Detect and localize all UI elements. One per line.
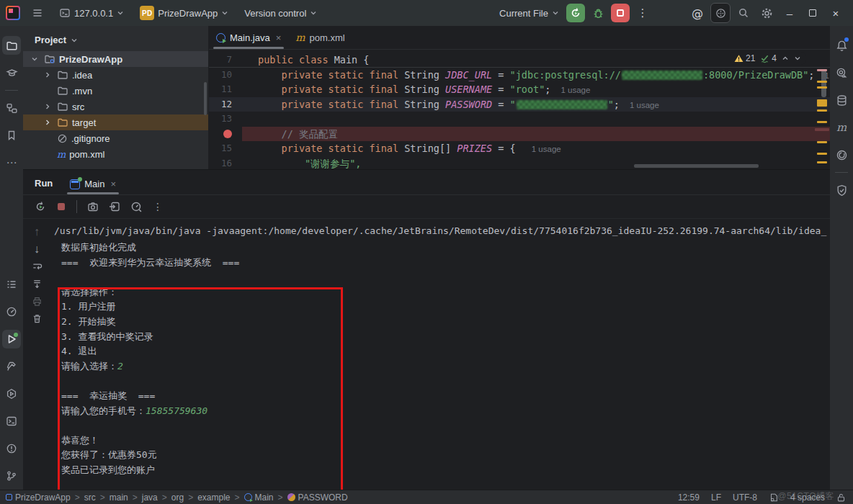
tab-pom-xml[interactable]: m pom.xml	[288, 26, 352, 49]
rerun-icon[interactable]	[35, 201, 46, 212]
run-tab-main[interactable]: Main ×	[63, 179, 123, 194]
profiler-icon[interactable]	[130, 201, 143, 213]
tab-main-java[interactable]: Main.java ×	[209, 26, 288, 49]
error-stripe-mark[interactable]	[817, 141, 827, 143]
line-number-gutter[interactable]: 7	[209, 53, 242, 67]
main-menu-button[interactable]	[27, 3, 48, 23]
editor-hscrollbar[interactable]	[634, 164, 759, 168]
remote-host-selector[interactable]: 127.0.0.1	[55, 4, 128, 22]
error-stripe-mark[interactable]	[817, 81, 827, 83]
tree-item-root[interactable]: PrizeDrawApp	[23, 51, 208, 67]
prev-problem-icon[interactable]	[782, 55, 789, 62]
close-icon[interactable]: ×	[110, 179, 116, 189]
trusted-project-button[interactable]	[832, 181, 851, 199]
export-icon[interactable]	[109, 201, 120, 212]
ai-assistant-button[interactable]: @	[687, 3, 707, 23]
error-stripe-mark[interactable]	[817, 69, 827, 71]
tree-item-idea[interactable]: .idea	[23, 67, 208, 83]
line-number-gutter[interactable]: 15	[209, 141, 242, 156]
error-stripe-mark[interactable]	[817, 109, 827, 112]
tree-item-pom[interactable]: m pom.xml	[23, 146, 208, 162]
breadcrumb-item[interactable]: src	[84, 492, 96, 503]
tool-terminal-button[interactable]	[2, 412, 21, 431]
line-number-gutter[interactable]: 11	[209, 82, 242, 97]
scroll-to-end-icon[interactable]	[30, 277, 43, 290]
settings-button[interactable]	[756, 3, 777, 23]
tool-todo-button[interactable]	[2, 275, 21, 294]
breadcrumb-item[interactable]: example	[197, 492, 230, 503]
run-console[interactable]: ↑ ↓ /usr/lib/jvm/java/bin/java -javaagen…	[23, 219, 830, 490]
ai-chat-button[interactable]	[832, 63, 851, 82]
stop-button[interactable]	[611, 4, 630, 22]
stop-icon[interactable]	[56, 202, 66, 212]
error-stripe[interactable]	[814, 50, 830, 169]
project-scrollbar[interactable]	[204, 82, 207, 115]
tree-item-gitignore[interactable]: .gitignore	[23, 130, 208, 146]
window-minimize-button[interactable]: –	[780, 3, 800, 23]
debug-button[interactable]	[588, 3, 608, 23]
error-stripe-mark[interactable]	[817, 86, 827, 89]
editor-scrollbar[interactable]	[821, 70, 826, 97]
window-maximize-button[interactable]	[803, 3, 823, 23]
tool-project-button[interactable]	[2, 36, 21, 55]
search-everywhere-button[interactable]	[733, 3, 754, 23]
tool-git-button[interactable]	[2, 467, 21, 485]
tree-item-src[interactable]: src	[23, 99, 208, 114]
console-body[interactable]: /usr/lib/jvm/java/bin/java -javaagent:/h…	[54, 224, 827, 490]
chevron-down-icon[interactable]	[31, 55, 38, 63]
tree-item-mvn[interactable]: .mvn	[23, 83, 208, 99]
code-area[interactable]: 7public class Main {10 private static fi…	[209, 50, 830, 169]
breadcrumb-item[interactable]: org	[171, 492, 184, 503]
project-selector[interactable]: PD PrizeDrawApp	[135, 3, 233, 23]
maven-button[interactable]: m	[832, 118, 851, 137]
breadcrumb-item[interactable]: Main	[244, 492, 274, 503]
tool-build-button[interactable]	[2, 357, 21, 376]
line-number-gutter[interactable]: 10	[209, 68, 242, 83]
inspections-widget[interactable]: 21 4	[730, 52, 805, 65]
line-number-gutter[interactable]: 12	[209, 97, 242, 112]
run-configuration-selector[interactable]: Current File	[495, 5, 563, 22]
breadcrumb-item[interactable]: PASSWORD	[287, 492, 348, 503]
database-button[interactable]	[832, 91, 851, 109]
breakpoint-stripe-mark[interactable]	[815, 128, 829, 131]
line-number-gutter[interactable]: 16	[209, 156, 242, 170]
up-arrow-icon[interactable]: ↑	[30, 225, 43, 238]
caret-position[interactable]: 12:59	[678, 492, 700, 503]
rerun-button[interactable]	[566, 4, 585, 22]
breadcrumb-item[interactable]: PrizeDrawApp	[6, 492, 71, 503]
more-actions-button[interactable]: ⋮	[633, 3, 653, 23]
remote-dev-controls-button[interactable]	[710, 3, 731, 23]
line-separator[interactable]: LF	[711, 492, 721, 503]
error-stripe-mark[interactable]	[817, 121, 827, 123]
line-number-gutter[interactable]	[209, 127, 242, 142]
next-problem-icon[interactable]	[794, 55, 801, 62]
soft-wrap-icon[interactable]	[30, 260, 43, 273]
error-stripe-mark[interactable]	[817, 153, 827, 155]
window-close-button[interactable]: ×	[826, 3, 846, 23]
error-stripe-mark[interactable]	[817, 99, 827, 107]
chevron-right-icon[interactable]	[44, 71, 51, 78]
breakpoint-icon[interactable]	[223, 130, 232, 138]
file-encoding[interactable]: UTF-8	[733, 492, 757, 503]
chevron-right-icon[interactable]	[44, 103, 51, 110]
print-icon[interactable]	[30, 294, 43, 307]
tool-learn-button[interactable]	[2, 63, 21, 82]
tool-bookmarks-button[interactable]	[2, 126, 21, 145]
down-arrow-icon[interactable]: ↓	[30, 243, 43, 256]
readonly-lock-icon[interactable]	[836, 492, 846, 503]
tool-problems-button[interactable]	[2, 439, 21, 458]
project-panel-header[interactable]: Project	[23, 26, 208, 51]
tool-services-button[interactable]	[2, 384, 21, 403]
camera-icon[interactable]	[87, 201, 99, 212]
breadcrumb-item[interactable]: main	[110, 492, 128, 503]
version-control-menu[interactable]: Version control	[240, 5, 321, 22]
chevron-right-icon[interactable]	[44, 119, 51, 126]
more-icon[interactable]: ⋮	[153, 201, 163, 212]
tool-run-button[interactable]	[2, 330, 21, 348]
tool-structure-button[interactable]	[2, 99, 21, 117]
error-stripe-mark[interactable]	[817, 161, 827, 163]
tool-more-button[interactable]: ⋯	[2, 153, 21, 172]
notifications-button[interactable]	[832, 36, 851, 55]
close-icon[interactable]: ×	[276, 32, 282, 43]
gradle-button[interactable]	[832, 145, 851, 164]
